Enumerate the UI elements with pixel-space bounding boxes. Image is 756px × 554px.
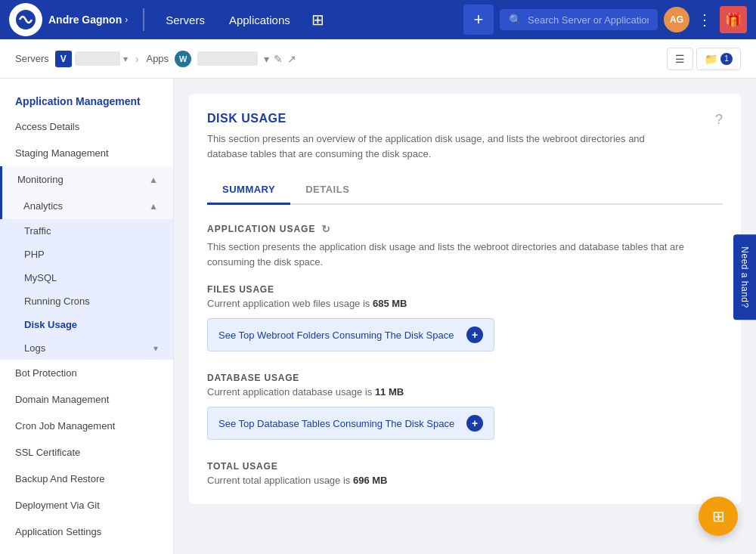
breadcrumb-arrow-icon: › <box>135 53 139 65</box>
deployment-label: Deployment Via Git <box>15 500 100 511</box>
breadcrumb-apps-label: Apps <box>146 53 169 64</box>
grid-menu-icon[interactable]: ⊞ <box>302 6 333 33</box>
refresh-icon[interactable]: ↻ <box>321 223 331 235</box>
user-name[interactable]: Andre Gagnon <box>48 14 122 26</box>
monitoring-label: Monitoring <box>17 174 64 185</box>
total-usage-title: TOTAL USAGE <box>207 461 723 472</box>
total-usage-desc: Current total application usage is 696 M… <box>207 475 723 486</box>
staging-label: Staging Management <box>15 147 109 159</box>
sidebar-item-domain-management[interactable]: Domain Management <box>0 386 173 413</box>
database-tables-button[interactable]: See Top Database Tables Consuming The Di… <box>207 407 494 440</box>
app-logo[interactable] <box>9 3 42 36</box>
analytics-label: Analytics <box>23 200 63 212</box>
wordpress-icon: W <box>175 51 191 67</box>
more-options-icon[interactable]: ⋮ <box>694 11 715 29</box>
sidebar-item-access-details[interactable]: Access Details <box>0 113 173 140</box>
app-settings-label: Application Settings <box>15 526 101 537</box>
database-usage-block: DATABASE USAGE Current application datab… <box>207 373 723 440</box>
search-input[interactable] <box>528 14 649 26</box>
cron-job-label: Cron Job Management <box>15 420 115 432</box>
tab-summary[interactable]: SUMMARY <box>207 176 290 205</box>
add-button[interactable]: + <box>463 5 494 35</box>
sidebar-item-traffic[interactable]: Traffic <box>0 219 173 243</box>
folder-view-button[interactable]: 📁 1 <box>696 48 741 70</box>
webroot-folders-button[interactable]: See Top Webroot Folders Consuming The Di… <box>207 318 494 351</box>
app-dropdown-icon[interactable]: ▾ <box>264 53 269 65</box>
avatar[interactable]: AG <box>664 7 689 32</box>
list-icon: ☰ <box>675 53 685 65</box>
total-usage-block: TOTAL USAGE Current total application us… <box>207 461 723 486</box>
backup-label: Backup And Restore <box>15 473 105 484</box>
sidebar-section-title: Application Management <box>0 85 173 113</box>
gift-icon[interactable]: 🎁 <box>720 6 747 33</box>
sidebar-item-bot-protection[interactable]: Bot Protection <box>0 360 173 386</box>
database-usage-desc: Current application database usage is 11… <box>207 386 723 398</box>
sidebar-item-php[interactable]: PHP <box>0 243 173 266</box>
main-content: DISK USAGE This section presents an over… <box>174 79 756 554</box>
sidebar-item-ssl[interactable]: SSL Certificate <box>0 439 173 466</box>
analytics-group: Analytics ▲ Traffic PHP MySQL Running Cr… <box>0 193 173 360</box>
breadcrumb-bar: Servers V ▾ › Apps W ▾ ✎ ↗ ☰ 📁 1 <box>0 39 756 79</box>
sidebar-item-cron-job[interactable]: Cron Job Management <box>0 413 173 439</box>
breadcrumb-right-actions: ☰ 📁 1 <box>667 48 741 70</box>
nav-divider <box>143 8 144 31</box>
fab-button[interactable]: ⊞ <box>699 497 738 536</box>
files-usage-block: FILES USAGE Current application web file… <box>207 284 723 351</box>
ssl-label: SSL Certificate <box>15 447 80 458</box>
app-name <box>197 51 258 66</box>
app-actions: ▾ ✎ ↗ <box>264 53 296 65</box>
webroot-btn-label: See Top Webroot Folders Consuming The Di… <box>218 330 454 341</box>
list-view-button[interactable]: ☰ <box>667 48 693 70</box>
analytics-chevron-icon: ▲ <box>149 201 158 212</box>
logs-chevron-icon: ▾ <box>153 343 158 354</box>
sidebar-item-disk-usage[interactable]: Disk Usage <box>0 313 173 336</box>
sidebar: Application Management Access Details St… <box>0 79 174 554</box>
sidebar-item-deployment[interactable]: Deployment Via Git <box>0 492 173 518</box>
tabs: SUMMARY DETAILS <box>207 176 723 205</box>
panel-title: DISK USAGE <box>207 112 661 125</box>
server-dropdown-icon[interactable]: ▾ <box>123 54 128 64</box>
sidebar-item-monitoring[interactable]: Monitoring ▲ <box>0 166 173 193</box>
server-icon: V <box>55 51 72 67</box>
app-usage-title: APPLICATION USAGE <box>207 224 315 234</box>
sidebar-item-analytics[interactable]: Analytics ▲ <box>0 193 173 219</box>
webroot-btn-icon: + <box>466 327 483 343</box>
sidebar-item-running-crons[interactable]: Running Crons <box>0 289 173 313</box>
folder-badge: 1 <box>720 53 733 65</box>
top-navigation: Andre Gagnon › Servers Applications ⊞ + … <box>0 0 756 39</box>
disk-usage-panel: DISK USAGE This section presents an over… <box>189 94 741 504</box>
fab-icon: ⊞ <box>712 507 725 525</box>
server-name <box>75 51 120 66</box>
database-btn-icon: + <box>466 415 483 432</box>
files-usage-desc: Current application web files usage is 6… <box>207 298 723 309</box>
tab-details[interactable]: DETAILS <box>290 176 364 205</box>
main-layout: Application Management Access Details St… <box>0 79 756 554</box>
nav-links: Servers Applications ⊞ <box>153 6 333 33</box>
breadcrumb-servers-label: Servers <box>15 53 49 64</box>
monitoring-chevron-icon: ▲ <box>149 175 158 185</box>
access-details-label: Access Details <box>15 121 79 132</box>
edit-icon[interactable]: ✎ <box>274 53 283 65</box>
applications-nav-link[interactable]: Applications <box>217 9 302 31</box>
sidebar-item-mysql[interactable]: MySQL <box>0 266 173 289</box>
help-icon[interactable]: ? <box>715 112 723 128</box>
server-selector[interactable]: V ▾ <box>55 51 128 67</box>
panel-header: DISK USAGE This section presents an over… <box>207 112 723 161</box>
sidebar-item-staging[interactable]: Staging Management <box>0 140 173 166</box>
sidebar-item-logs[interactable]: Logs ▾ <box>0 336 173 360</box>
need-a-hand-panel[interactable]: Need a hand? <box>733 234 756 320</box>
files-usage-title: FILES USAGE <box>207 284 723 295</box>
sidebar-item-app-settings[interactable]: Application Settings <box>0 518 173 545</box>
database-btn-label: See Top Database Tables Consuming The Di… <box>218 418 454 429</box>
servers-nav-link[interactable]: Servers <box>153 9 217 31</box>
external-link-icon[interactable]: ↗ <box>287 53 296 65</box>
logs-label: Logs <box>24 342 45 354</box>
domain-management-label: Domain Management <box>15 394 109 405</box>
search-icon: 🔍 <box>509 14 522 26</box>
database-usage-title: DATABASE USAGE <box>207 373 723 383</box>
sidebar-item-backup[interactable]: Backup And Restore <box>0 466 173 492</box>
folder-icon: 📁 <box>705 53 717 65</box>
user-chevron-icon: › <box>125 14 128 25</box>
bot-protection-label: Bot Protection <box>15 367 77 379</box>
search-bar: 🔍 <box>500 9 658 30</box>
